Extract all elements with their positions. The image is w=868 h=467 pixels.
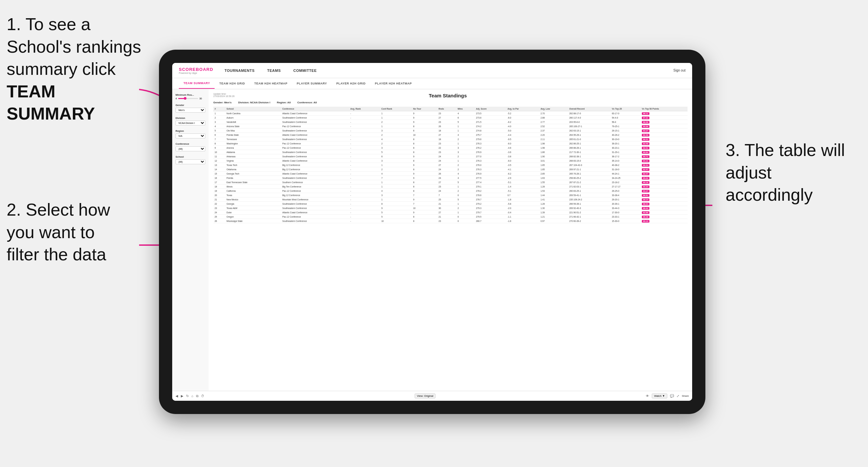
slider-fill: [178, 98, 184, 99]
table-row: 12VirginiaAtlantic Coast Conference-3824…: [213, 159, 687, 163]
filter-gender-label: Gender: [176, 104, 205, 107]
table-row: 26Mississippi StateSoutheastern Conferen…: [213, 219, 687, 223]
home-btn[interactable]: ⌂: [191, 394, 193, 398]
col-rank: #: [213, 107, 225, 111]
col-vs-top25: Vs Top 25: [610, 107, 641, 111]
score-badge: 88.38: [642, 216, 649, 218]
nav-teams[interactable]: TEAMS: [266, 68, 282, 72]
refresh-btn[interactable]: ↻: [186, 394, 189, 398]
table-row: 22GeorgiaSoutheastern Conference-8721127…: [213, 202, 687, 206]
sub-nav-player-h2h-grid[interactable]: PLAYER H2H GRID: [332, 78, 370, 89]
nav-tournaments[interactable]: TOURNAMENTS: [223, 68, 256, 72]
table-area: Update time: 27/03/2024 16:56:26 Team St…: [209, 89, 692, 391]
score-badge: 88.42: [642, 207, 649, 210]
slider-thumb[interactable]: [184, 97, 186, 100]
expand-icon: ⤢: [677, 394, 679, 398]
timer-icon: ⏱: [201, 394, 204, 398]
col-avg-rank: Avg. Rank: [349, 107, 380, 111]
table-row: 9ArizonaPac-12 Conference-38223276.2-4.6…: [213, 146, 687, 150]
score-badge: 83.49: [642, 143, 649, 145]
col-conference: Conference: [281, 107, 349, 111]
nav-committee[interactable]: COMMITTEE: [292, 68, 318, 72]
filter-school-select[interactable]: (All): [176, 159, 205, 164]
table-title: Team Standings: [429, 93, 467, 98]
bottom-toolbar: ◀ ▶ ↻ ⌂ ⧉ ⏱ View: Original 👁 Watch ▼ 💬 ⤢…: [172, 391, 692, 401]
col-no-tour: No Tour: [412, 107, 437, 111]
score-badge: 82.88: [642, 211, 649, 214]
instruction-step2-line3: filter the data: [7, 245, 106, 264]
table-row: 16FloridaSoutheastern Conference-7924427…: [213, 176, 687, 180]
score-badge: 85.13: [642, 220, 649, 223]
filter-division-select[interactable]: NCAA Division I: [176, 121, 205, 126]
score-badge: 85.16: [642, 181, 649, 184]
sidebar-filters: Minimum Rou... 4 30 Gender Men's: [172, 89, 209, 391]
eye-icon: 👁: [646, 394, 649, 398]
score-badge: 86.91: [642, 194, 649, 197]
table-row: 10AlabamaSoutheastern Conference-5823327…: [213, 150, 687, 154]
filter-display-bar: Gender: Men's Division: NCAA Division I …: [213, 101, 687, 104]
nav-items: TOURNAMENTS TEAMS COMMITTEE: [223, 68, 673, 72]
col-vs-top50: Vs Top 50 Points: [641, 107, 687, 111]
col-wins: Wins: [456, 107, 475, 111]
instruction-step2-line2: you want to: [7, 223, 95, 242]
forward-btn[interactable]: ▶: [181, 394, 183, 398]
slider-max-val: 30: [199, 97, 202, 100]
table-row: 5Ole MissSoutheastern Conference-3618127…: [213, 128, 687, 133]
copy-btn[interactable]: ⧉: [196, 394, 198, 398]
sub-nav-team-h2h-grid[interactable]: TEAM H2H GRID: [215, 78, 250, 89]
table-row: 8WashingtonPac-12 Conference-28231276.3-…: [213, 142, 687, 146]
sign-out-button[interactable]: Sign out: [673, 68, 685, 72]
score-badge: 85.58: [642, 125, 649, 128]
table-header-row: Update time: 27/03/2024 16:56:26 Team St…: [213, 93, 687, 98]
filter-region-select[interactable]: N/A: [176, 133, 205, 138]
table-row: 4Arizona StatePac-12 Conference-18261274…: [213, 124, 687, 128]
score-badge: 82.39: [642, 134, 649, 136]
table-row: 23Texas A&MSoutheastern Conference-91030…: [213, 206, 687, 210]
filter-minimum-slider: 4 30: [176, 97, 205, 100]
table-row: 1North CarolinaAtlantic Coast Conference…: [213, 111, 687, 116]
table-row: 19CaliforniaPac-12 Conference-48242278.2…: [213, 189, 687, 193]
table-row: 21New MexicoMountain West Conference-192…: [213, 197, 687, 202]
score-badge: 80.34: [642, 164, 649, 166]
table-row: 15Georgia TechAtlantic Coast Conference-…: [213, 172, 687, 176]
sub-nav-player-summary[interactable]: PLAYER SUMMARY: [292, 78, 332, 89]
instruction-step1-bold: TEAM SUMMARY: [7, 82, 95, 124]
score-badge: 80.34: [642, 185, 649, 188]
sub-nav-player-h2h-heatmap[interactable]: PLAYER H2H HEATMAP: [370, 78, 416, 89]
conference-filter-label: Conference: All: [298, 101, 317, 104]
score-badge: 85.02: [642, 177, 649, 180]
sub-nav: TEAM SUMMARY TEAM H2H GRID TEAM H2H HEAT…: [172, 78, 692, 89]
back-btn[interactable]: ◀: [176, 394, 178, 398]
score-badge: 80.84: [642, 151, 649, 154]
score-badge: 86.11: [642, 112, 649, 115]
table-header-row: # School Conference Avg. Rank Conf Rank …: [213, 107, 687, 111]
view-original-btn[interactable]: View: Original: [415, 394, 435, 399]
filter-school-label: School: [176, 155, 205, 158]
col-overall-rec: Overall Record: [568, 107, 611, 111]
sub-nav-team-h2h-heatmap[interactable]: TEAM H2H HEATMAP: [250, 78, 292, 89]
col-conf-rank: Conf Rank: [380, 107, 412, 111]
update-time-label: Update time:: [213, 93, 235, 95]
standings-table: # School Conference Avg. Rank Conf Rank …: [213, 107, 687, 223]
filter-conference-select[interactable]: (All): [176, 146, 205, 151]
share-btn[interactable]: Share: [682, 395, 689, 398]
filter-division-label: Division: [176, 117, 205, 120]
update-time-block: Update time: 27/03/2024 16:56:26: [213, 93, 235, 97]
filter-gender-select[interactable]: Men's: [176, 107, 205, 113]
score-badge: 83.27: [642, 190, 649, 192]
instruction-step2: 2. Select how you want to filter the dat…: [7, 199, 110, 266]
score-badge: 87.21: [642, 117, 649, 119]
region-filter-label: Region: All: [277, 101, 291, 104]
slider-track[interactable]: [178, 98, 198, 99]
table-row: 7TennesseeSoutheastern Conference-481822…: [213, 137, 687, 142]
filter-minimum: Minimum Rou... 4 30: [176, 93, 205, 100]
filter-conference-label: Conference: [176, 143, 205, 146]
score-badge: 82.51: [642, 147, 649, 149]
sub-nav-team-summary[interactable]: TEAM SUMMARY: [179, 78, 215, 89]
logo: SCOREBOARD Powered by clippi: [179, 67, 213, 74]
score-badge: 86.21: [642, 138, 649, 141]
watch-btn[interactable]: Watch ▼: [652, 394, 667, 399]
gender-filter-label: Gender: Men's: [213, 101, 231, 104]
table-row: 17East Tennessee StateSouthern Conferenc…: [213, 180, 687, 185]
table-row: 25OregonPac-12 Conference-58210279.5-1.1…: [213, 215, 687, 219]
